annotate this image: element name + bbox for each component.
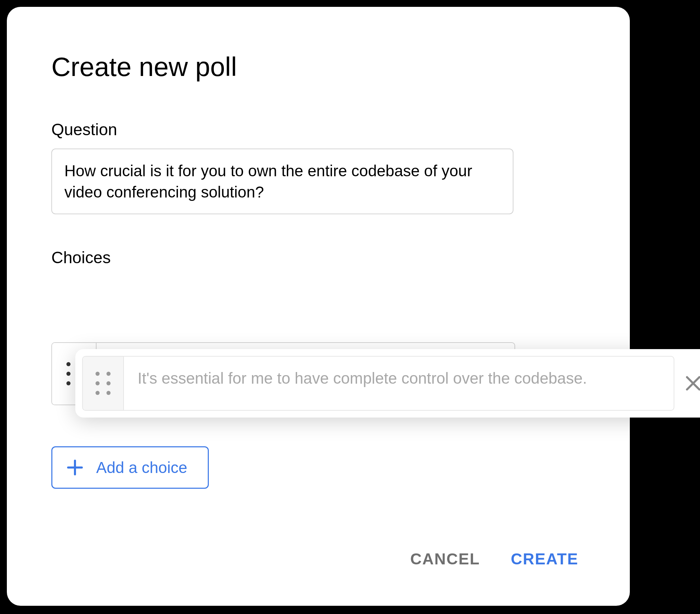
drag-handle-icon [96, 372, 111, 395]
choice-text-input[interactable]: It's essential for me to have complete c… [124, 356, 674, 410]
question-input[interactable] [51, 149, 513, 214]
cancel-button[interactable]: CANCEL [410, 550, 480, 568]
close-icon [684, 374, 700, 392]
create-poll-modal: Create new poll Question Choices It's es… [7, 7, 630, 606]
create-button[interactable]: CREATE [511, 550, 578, 568]
add-choice-label: Add a choice [96, 458, 187, 477]
choice-box: It's essential for me to have complete c… [82, 356, 674, 411]
remove-choice-button[interactable] [674, 374, 700, 392]
choices-label: Choices [51, 248, 585, 267]
question-label: Question [51, 120, 585, 139]
modal-title: Create new poll [51, 51, 585, 83]
drag-handle[interactable] [83, 356, 124, 410]
choice-item-dragging[interactable]: It's essential for me to have complete c… [75, 349, 700, 417]
choices-container: It's essential for me to have complete c… [51, 342, 585, 405]
add-choice-button[interactable]: Add a choice [51, 446, 209, 489]
plus-icon [67, 459, 83, 476]
modal-footer: CANCEL CREATE [410, 550, 578, 568]
